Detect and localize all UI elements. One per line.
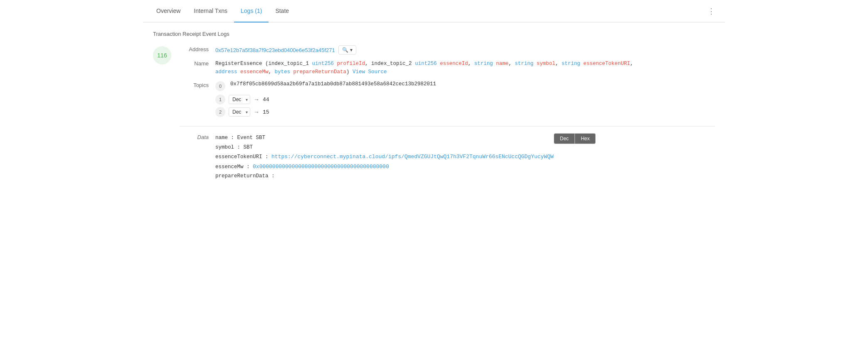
tab-overview[interactable]: Overview — [150, 0, 187, 22]
data-sep-essence-mw: : — [247, 164, 253, 170]
topic-row-2: 2 Dec Hex → 15 — [215, 107, 715, 117]
topic-index-0: 0 — [215, 81, 225, 91]
data-line-prepare-return: prepareReturnData : — [215, 172, 554, 181]
param7-type: bytes — [275, 69, 291, 75]
name-label: Name — [180, 60, 209, 67]
data-val-name: Event SBT — [237, 135, 266, 141]
hex-button[interactable]: Hex — [575, 133, 596, 144]
address-row: Address 0x57e12b7a5f38a7f9c23ebd0400e6e5… — [180, 45, 715, 55]
data-key-essence-mw: essenceMw — [215, 164, 244, 170]
data-content-row: name : Event SBT symbol : SBT — [215, 133, 596, 181]
data-key-symbol: symbol — [215, 144, 234, 150]
data-sep-token-uri: : — [265, 154, 271, 160]
tab-state[interactable]: State — [269, 0, 296, 22]
comma1: , — [365, 61, 371, 67]
address-label: Address — [180, 45, 209, 52]
more-options-icon[interactable]: ⋮ — [704, 3, 718, 19]
dropdown-arrow-icon: ▾ — [350, 47, 353, 53]
param4-name: symbol — [533, 61, 555, 67]
param3-name: name — [493, 61, 509, 67]
topic-index-2: 2 — [215, 107, 225, 117]
name-code-line1: RegisterEssence (index_topic_1 uint256 p… — [215, 60, 715, 68]
data-sep-name: : — [231, 135, 237, 141]
param1-type2: uint256 — [312, 61, 334, 67]
data-val-token-uri[interactable]: https://cyberconnect.mypinata.cloud/ipfs… — [271, 154, 554, 160]
divider — [180, 126, 715, 127]
view-source-link[interactable]: View Source — [353, 69, 387, 75]
data-val-essence-mw[interactable]: 0x00000000000000000000000000000000000000… — [253, 164, 389, 170]
param5-name: essenceTokenURI — [580, 61, 630, 67]
close-paren: ) — [346, 69, 353, 75]
topic-index-1: 1 — [215, 94, 225, 104]
comma2: , — [468, 61, 474, 67]
data-line-symbol: symbol : SBT — [215, 143, 554, 152]
func-name: RegisterEssence ( — [215, 61, 269, 67]
topics-label: Topics — [180, 81, 209, 88]
data-key-name: name — [215, 135, 228, 141]
param4-type: string — [515, 61, 533, 67]
tabs-bar: Overview Internal Txns Logs (1) State ⋮ — [143, 0, 725, 22]
topic-hash-0: 0x7f8f05cb8699d58aa2b69fa7a1b1ab0db87ab8… — [230, 81, 436, 87]
topic-2-arrow: → — [254, 109, 259, 115]
content-area: Transaction Receipt Event Logs 116 Addre… — [143, 22, 725, 189]
param2-type1: index_topic_2 — [371, 61, 415, 67]
comma3: , — [508, 61, 515, 67]
name-row: Name RegisterEssence (index_topic_1 uint… — [180, 60, 715, 76]
param6-type: address — [215, 69, 237, 75]
address-link[interactable]: 0x57e12b7a5f38a7f9c23ebd0400e6e53f2a45f2… — [215, 47, 335, 53]
tab-logs[interactable]: Logs (1) — [234, 0, 269, 22]
data-sep-symbol: : — [237, 144, 244, 150]
data-line-token-uri: essenceTokenURI : https://cyberconnect.m… — [215, 152, 554, 162]
param7-name: prepareReturnData — [290, 69, 346, 75]
param2-name: essenceId — [437, 61, 468, 67]
data-label: Data — [180, 133, 209, 140]
data-line-name: name : Event SBT — [215, 133, 554, 143]
topic-2-decode-select[interactable]: Dec Hex — [229, 107, 250, 117]
param2-type2: uint256 — [415, 61, 437, 67]
param3-type: string — [474, 61, 493, 67]
topic-2-value: 15 — [263, 109, 269, 115]
data-key-token-uri: essenceTokenURI — [215, 154, 262, 160]
data-row: Data name : Event SBT symbol — [180, 133, 715, 181]
param6-name: essenceMw — [237, 69, 269, 75]
data-inner: name : Event SBT symbol : SBT — [215, 133, 554, 181]
address-value: 0x57e12b7a5f38a7f9c23ebd0400e6e53f2a45f2… — [215, 45, 715, 55]
topic-1-value: 44 — [263, 97, 269, 103]
param5-type: string — [562, 61, 580, 67]
address-search-button[interactable]: 🔍 ▾ — [338, 45, 356, 55]
data-key-prepare-return: prepareReturnData — [215, 173, 269, 179]
topic-1-decode-select[interactable]: Dec Hex — [229, 95, 250, 104]
topics-value: 0 0x7f8f05cb8699d58aa2b69fa7a1b1ab0db87a… — [215, 81, 715, 119]
log-entry: 116 Address 0x57e12b7a5f38a7f9c23ebd0400… — [153, 45, 715, 181]
log-index-badge: 116 — [153, 46, 171, 65]
data-sep-prepare-return: : — [271, 173, 275, 179]
topics-row: Topics 0 0x7f8f05cb8699d58aa2b69fa7a1b1a… — [180, 81, 715, 119]
name-value: RegisterEssence (index_topic_1 uint256 p… — [215, 60, 715, 76]
param1-name: profileId — [334, 61, 365, 67]
data-line-essence-mw: essenceMw : 0x00000000000000000000000000… — [215, 162, 554, 172]
param1-type1: index_topic_1 — [269, 61, 312, 67]
tab-internal-txns[interactable]: Internal Txns — [187, 0, 234, 22]
topic-1-decode-wrapper: Dec Hex — [229, 95, 250, 104]
dec-button[interactable]: Dec — [554, 133, 575, 144]
data-val-symbol: SBT — [244, 144, 253, 150]
topic-2-decode-wrapper: Dec Hex — [229, 107, 250, 117]
comma6: , — [269, 69, 275, 75]
name-code-line2: address essenceMw, bytes prepareReturnDa… — [215, 68, 715, 76]
dec-hex-group: Dec Hex — [554, 133, 596, 144]
topic-row-0: 0 0x7f8f05cb8699d58aa2b69fa7a1b1ab0db87a… — [215, 81, 715, 91]
topic-1-arrow: → — [254, 96, 259, 103]
comma5: , — [630, 61, 634, 67]
comma4: , — [555, 61, 562, 67]
section-title: Transaction Receipt Event Logs — [153, 31, 715, 37]
search-icon: 🔍 — [342, 47, 348, 53]
log-body: Address 0x57e12b7a5f38a7f9c23ebd0400e6e5… — [180, 45, 715, 181]
main-container: Overview Internal Txns Logs (1) State ⋮ … — [143, 0, 725, 189]
topic-row-1: 1 Dec Hex → 44 — [215, 94, 715, 104]
